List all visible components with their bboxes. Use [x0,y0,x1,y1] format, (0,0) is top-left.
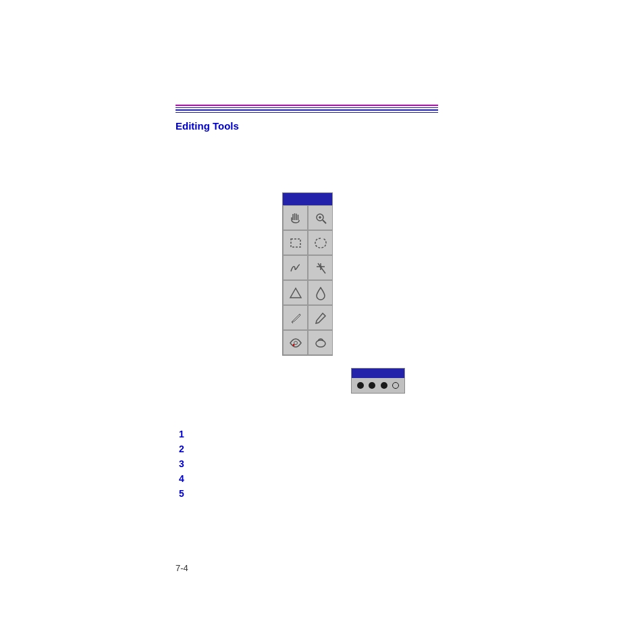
line-blue-2 [176,109,438,111]
svg-rect-9 [291,239,300,247]
freehand-tool[interactable] [283,255,308,280]
svg-line-12 [318,263,325,273]
eye-tool[interactable] [283,330,308,355]
dots-panel [351,368,405,394]
list-item-1[interactable]: 1 [179,429,184,439]
pencil-tool[interactable] [308,305,333,330]
svg-point-18 [292,344,294,346]
drop-tool[interactable] [308,280,333,305]
numbered-list: 1 2 3 4 5 [179,429,184,499]
list-item-2[interactable]: 2 [179,444,184,454]
svg-point-13 [319,265,321,267]
section-title: Editing Tools [176,120,239,132]
svg-line-16 [323,313,325,316]
rect-select-tool[interactable] [283,230,308,255]
pen-tool[interactable] [283,305,308,330]
triangle-tool[interactable] [283,280,308,305]
dot-1[interactable] [357,382,364,389]
decorative-lines [176,105,438,113]
toolbox-panel [282,192,333,356]
dots-row [352,378,404,393]
toolbox-header [283,193,332,205]
zoom-tool[interactable] [308,205,333,230]
crosshair-line-tool[interactable] [308,255,333,280]
lasso-tool[interactable] [308,230,333,255]
hand-tool[interactable] [283,205,308,230]
toolbox-grid [283,205,332,355]
line-blue-1 [176,107,438,108]
dot-2[interactable] [369,382,375,389]
list-item-3[interactable]: 3 [179,458,184,469]
svg-marker-14 [290,288,301,298]
dots-panel-header [352,369,404,378]
svg-point-17 [294,341,297,344]
line-magenta [176,105,438,106]
dot-4-outlined[interactable] [392,382,399,389]
list-item-5[interactable]: 5 [179,488,184,499]
ellipse-tool[interactable] [308,330,333,355]
page-number: 7-4 [176,563,188,573]
svg-point-19 [316,340,325,347]
svg-line-6 [323,220,326,223]
line-blue-3 [176,112,438,113]
dot-3[interactable] [381,382,387,389]
list-item-4[interactable]: 4 [179,473,184,484]
